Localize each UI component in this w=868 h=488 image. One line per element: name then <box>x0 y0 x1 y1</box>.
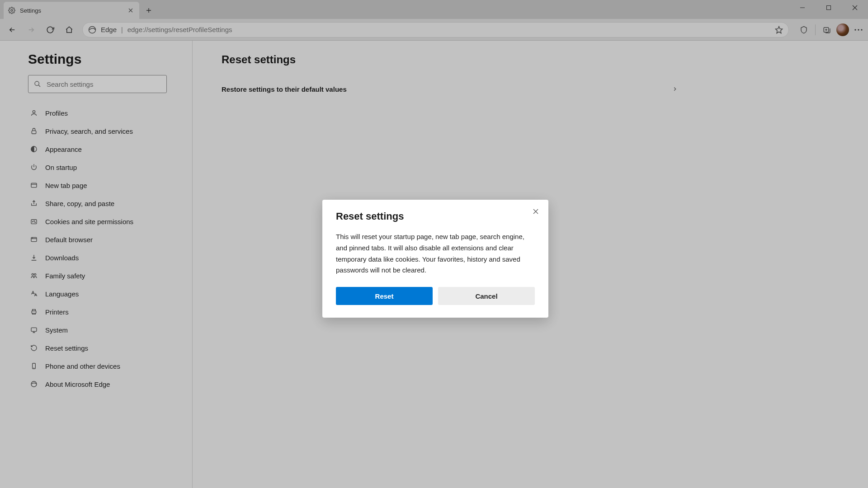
cancel-button[interactable]: Cancel <box>438 287 535 305</box>
dialog-close-button[interactable] <box>530 206 541 217</box>
dialog-body: This will reset your startup page, new t… <box>336 231 535 276</box>
dialog-title: Reset settings <box>336 211 535 222</box>
reset-settings-dialog: Reset settings This will reset your star… <box>322 200 548 318</box>
dialog-buttons: Reset Cancel <box>336 287 535 305</box>
reset-button[interactable]: Reset <box>336 287 433 305</box>
